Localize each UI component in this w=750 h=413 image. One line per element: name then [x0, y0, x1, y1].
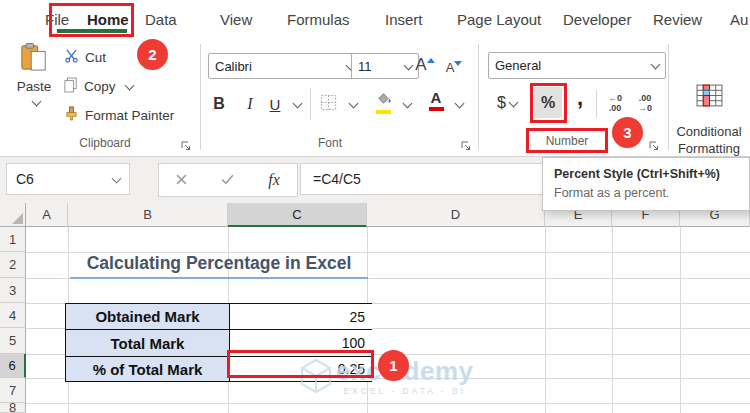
gridline	[680, 227, 681, 413]
formula-text: =C4/C5	[313, 171, 361, 187]
underline-button[interactable]: U	[264, 90, 286, 118]
tab-formulas[interactable]: Formulas	[287, 0, 350, 38]
increase-decimal-button[interactable]: ←0 .00	[601, 88, 629, 118]
insert-function-button[interactable]: fx	[268, 171, 280, 189]
font-color-button[interactable]: A	[424, 89, 448, 111]
col-header-b[interactable]: B	[68, 203, 228, 227]
fill-color-dropdown-chevron-icon[interactable]	[403, 99, 413, 109]
increase-decimal-digits: 0	[617, 93, 622, 103]
italic-label: I	[247, 95, 252, 113]
row-header-4[interactable]: 4	[0, 303, 26, 328]
font-group-divider	[310, 88, 311, 120]
clipboard-group-label: Clipboard	[55, 136, 155, 150]
annotation-box-percent-button	[530, 83, 567, 123]
paste-label: Paste	[17, 79, 52, 94]
row-header-5[interactable]: 5	[0, 328, 26, 354]
tab-view[interactable]: View	[220, 0, 252, 38]
decrease-decimal-arrow-icon: →	[638, 103, 647, 113]
decrease-decimal-button[interactable]: .00 →0	[631, 88, 659, 118]
annotation-step-3: 3	[612, 117, 643, 148]
tab-automate[interactable]: Au	[730, 0, 748, 38]
row-header-8[interactable]: 8	[0, 403, 26, 413]
worksheet: A B C D E F G 1 2 3 4 5 6 7 8 Calculatin…	[0, 203, 750, 413]
conditional-formatting-icon	[696, 84, 723, 111]
row-header-6[interactable]: 6	[0, 354, 26, 378]
select-all-corner[interactable]	[0, 203, 26, 227]
paste-button[interactable]: Paste	[8, 42, 60, 144]
table-cell-b4[interactable]: Obtained Mark	[66, 304, 229, 329]
underline-dropdown-chevron-icon[interactable]	[293, 99, 303, 109]
tab-review[interactable]: Review	[653, 0, 702, 38]
sheet-title: Calculating Percentage in Excel	[70, 253, 368, 279]
font-size-value: 11	[358, 59, 372, 74]
increase-decimal-top: ←0	[608, 93, 622, 103]
paste-clipboard-icon	[20, 42, 48, 76]
increase-decimal-bottom: .00	[609, 103, 622, 113]
increase-font-letter: A	[415, 55, 426, 75]
decrease-font-caret-icon	[454, 61, 462, 66]
annotation-step-2: 2	[137, 39, 168, 70]
col-header-c[interactable]: C	[228, 203, 367, 227]
bold-label: B	[213, 95, 225, 113]
decrease-decimal-digits: 0	[647, 103, 652, 113]
gridline	[545, 227, 546, 413]
group-separator	[200, 44, 201, 150]
font-name-combo[interactable]: Calibri	[208, 53, 361, 79]
number-dialog-launcher[interactable]	[649, 137, 661, 149]
row-header-2[interactable]: 2	[0, 252, 26, 278]
borders-button[interactable]	[316, 93, 340, 115]
enter-check-icon[interactable]	[221, 171, 234, 189]
tab-insert[interactable]: Insert	[385, 0, 423, 38]
clipboard-dialog-launcher[interactable]	[181, 137, 193, 149]
row-header-7[interactable]: 7	[0, 378, 26, 403]
number-group-divider	[596, 90, 597, 118]
comma-style-button[interactable]: ,	[570, 82, 590, 114]
row-header-1[interactable]: 1	[0, 227, 26, 252]
formula-buttons: fx	[158, 163, 298, 197]
copy-button[interactable]: Copy	[64, 77, 133, 96]
group-separator	[478, 44, 479, 150]
tab-page-layout[interactable]: Page Layout	[457, 0, 541, 38]
bold-button[interactable]: B	[206, 90, 232, 118]
underline-label: U	[270, 96, 281, 113]
table-cell-b5[interactable]: Total Mark	[66, 330, 229, 356]
borders-icon	[320, 94, 337, 115]
annotation-box-number-label	[526, 128, 608, 153]
decrease-decimal-top: .00	[639, 93, 652, 103]
format-painter-brush-icon	[64, 106, 79, 124]
annotation-box-c6-cell	[227, 350, 374, 378]
table-cell-c4[interactable]: 25	[230, 304, 372, 329]
excel-window: File Home Data View Formulas Insert Page…	[0, 0, 750, 413]
font-group-label: Font	[300, 136, 360, 150]
font-size-combo[interactable]: 11	[351, 53, 419, 79]
row-header-3[interactable]: 3	[0, 278, 26, 303]
borders-dropdown-chevron-icon[interactable]	[349, 99, 359, 109]
currency-dropdown-chevron-icon	[509, 97, 519, 107]
copy-dropdown-chevron-icon	[124, 81, 134, 91]
gridline	[26, 403, 750, 404]
format-painter-button[interactable]: Format Painter	[64, 106, 174, 124]
col-header-d[interactable]: D	[367, 203, 545, 227]
watermark-tagline: EXCEL - DATA - BI	[343, 386, 466, 396]
tab-data[interactable]: Data	[145, 0, 177, 38]
name-box[interactable]: C6	[6, 163, 130, 195]
fill-color-button[interactable]	[370, 91, 396, 114]
number-format-combo[interactable]: General	[488, 52, 666, 79]
font-dialog-launcher[interactable]	[461, 137, 473, 149]
font-color-letter: A	[431, 89, 442, 106]
currency-format-button[interactable]: $	[489, 88, 525, 118]
cut-button[interactable]: Cut	[64, 48, 106, 66]
table-cell-b6[interactable]: % of Total Mark	[66, 357, 229, 381]
font-color-dropdown-chevron-icon[interactable]	[455, 99, 465, 109]
col-header-a[interactable]: A	[26, 203, 68, 227]
increase-font-size-button[interactable]: A	[412, 53, 438, 77]
fill-color-bucket-icon	[375, 91, 392, 109]
cancel-icon[interactable]	[176, 171, 187, 189]
decrease-font-size-button[interactable]: A	[442, 55, 466, 79]
cut-scissors-icon	[64, 48, 79, 66]
tab-developer[interactable]: Developer	[563, 0, 631, 38]
italic-button[interactable]: I	[238, 90, 262, 118]
currency-label: $	[497, 94, 506, 112]
font-color-bar	[429, 107, 444, 111]
name-box-chevron-icon	[112, 173, 122, 183]
